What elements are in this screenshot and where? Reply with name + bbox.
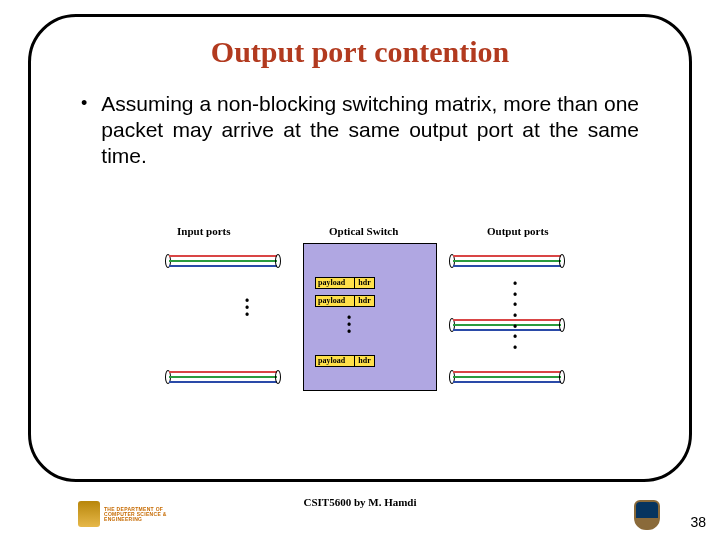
ellipsis-input: •••	[245, 298, 249, 319]
packet-payload: payload	[315, 355, 355, 367]
page-number: 38	[690, 514, 706, 530]
input-bus-top	[169, 255, 277, 267]
packet-payload: payload	[315, 277, 355, 289]
packet-1: payload hdr	[315, 277, 375, 289]
department-text: THE DEPARTMENT OF COMPUTER SCIENCE & ENG…	[104, 507, 167, 522]
bullet-text: Assuming a non-blocking switching matrix…	[101, 91, 639, 169]
optical-switch-box	[303, 243, 437, 391]
bullet-item: • Assuming a non-blocking switching matr…	[31, 69, 689, 169]
packet-header: hdr	[355, 355, 375, 367]
output-bus-2	[453, 319, 561, 331]
output-bus-1	[453, 255, 561, 267]
output-bus-3	[453, 371, 561, 383]
course-footer: CSIT5600 by M. Hamdi	[0, 496, 720, 508]
university-logo-icon	[634, 500, 660, 530]
packet-2: payload hdr	[315, 295, 375, 307]
label-optical-switch: Optical Switch	[329, 225, 398, 237]
packet-3: payload hdr	[315, 355, 375, 367]
slide-title: Output port contention	[31, 17, 689, 69]
switch-diagram: Input ports Optical Switch Output ports …	[153, 225, 573, 405]
packet-header: hdr	[355, 295, 375, 307]
label-input-ports: Input ports	[177, 225, 231, 237]
slide-footer: THE DEPARTMENT OF COMPUTER SCIENCE & ENG…	[0, 486, 720, 534]
bullet-marker: •	[81, 91, 87, 169]
packet-header: hdr	[355, 277, 375, 289]
ellipsis-switch: •••	[347, 315, 351, 336]
packet-payload: payload	[315, 295, 355, 307]
label-output-ports: Output ports	[487, 225, 548, 237]
ellipsis-output: •••••••	[513, 281, 517, 351]
slide-frame: Output port contention • Assuming a non-…	[28, 14, 692, 482]
input-bus-bottom	[169, 371, 277, 383]
